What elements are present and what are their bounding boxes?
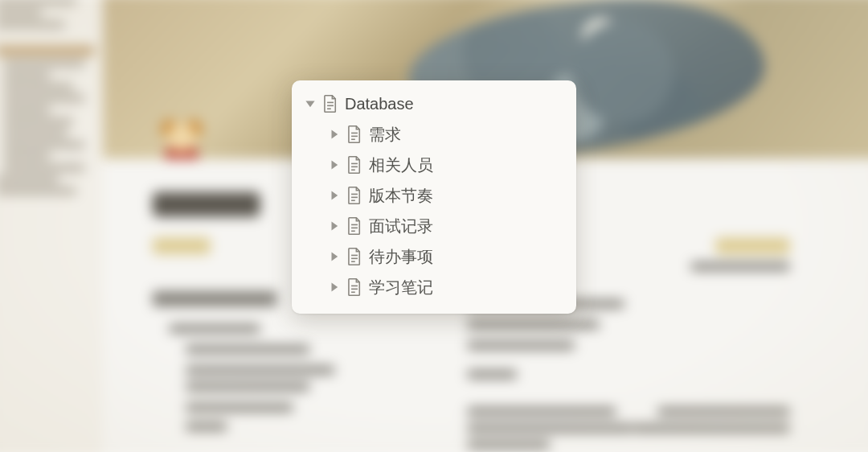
chevron-down-icon[interactable]	[301, 95, 319, 113]
tree-item-child[interactable]: 版本节奏	[292, 180, 576, 211]
page-icon	[321, 94, 340, 113]
tree-item-label: Database	[345, 96, 414, 112]
tree-item-child[interactable]: 相关人员	[292, 150, 576, 180]
sidebar	[0, 0, 103, 452]
tree-item-label: 待办事项	[369, 249, 433, 265]
chevron-right-icon[interactable]	[326, 125, 343, 143]
chevron-right-icon[interactable]	[326, 187, 343, 204]
page-icon	[345, 155, 364, 175]
svg-marker-4	[332, 129, 338, 138]
page-icon	[345, 186, 364, 205]
svg-marker-8	[332, 160, 338, 169]
page-title	[153, 192, 260, 217]
svg-marker-24	[332, 282, 338, 291]
svg-marker-12	[332, 191, 338, 199]
tree-item-label: 学习笔记	[369, 279, 433, 295]
chevron-right-icon[interactable]	[326, 217, 343, 235]
svg-marker-16	[332, 221, 338, 230]
chevron-right-icon[interactable]	[326, 278, 343, 296]
tree-item-child[interactable]: 面试记录	[292, 211, 576, 241]
page-emoji-icon	[153, 117, 211, 175]
page-icon	[345, 125, 364, 144]
svg-marker-0	[305, 101, 314, 108]
tree-item-label: 版本节奏	[369, 187, 433, 203]
tree-item-child[interactable]: 需求	[292, 119, 576, 150]
tree-item-child[interactable]: 待办事项	[292, 241, 576, 272]
chevron-right-icon[interactable]	[326, 248, 343, 265]
page-icon	[345, 277, 364, 297]
page-tree-popup: Database 需求	[292, 80, 576, 314]
tree-item-database[interactable]: Database	[292, 88, 576, 119]
chevron-right-icon[interactable]	[326, 156, 343, 174]
tree-item-child[interactable]: 学习笔记	[292, 272, 576, 302]
tree-item-label: 需求	[369, 126, 401, 142]
page-icon	[345, 247, 364, 266]
svg-marker-20	[332, 252, 338, 261]
page-icon	[345, 216, 364, 236]
tree-item-label: 相关人员	[369, 157, 433, 173]
tree-item-label: 面试记录	[369, 218, 433, 234]
